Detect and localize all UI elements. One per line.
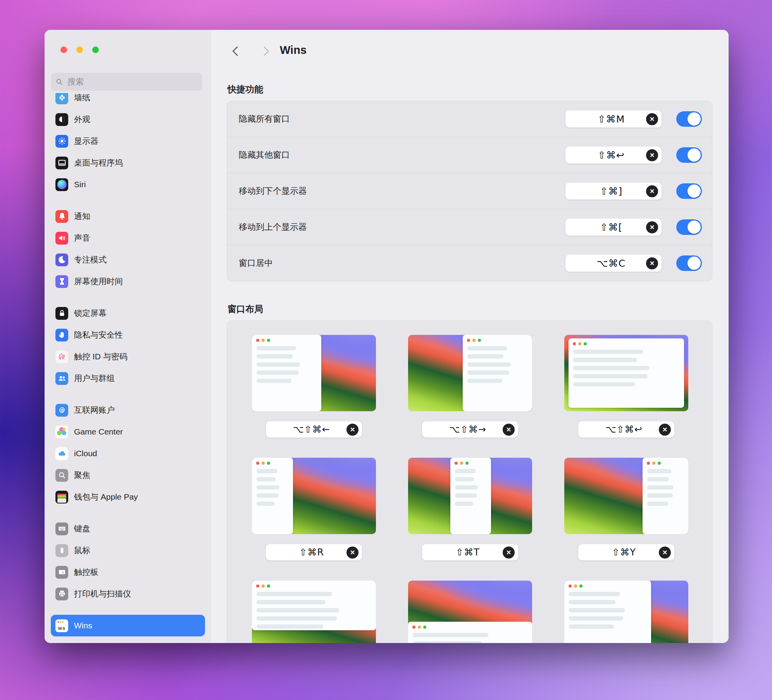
sidebar-item-notifications[interactable]: 通知 <box>51 205 205 227</box>
sidebar-item-printers[interactable]: 打印机与扫描仪 <box>51 583 205 605</box>
search-input[interactable] <box>67 77 198 87</box>
shortcut-toggle[interactable] <box>676 255 702 271</box>
sidebar-item-displays[interactable]: 显示器 <box>51 130 205 152</box>
shortcut-row: 移动到上个显示器⇧⌘[× <box>227 209 712 245</box>
layout-cell-center-third: ⇧⌘T× <box>408 458 532 560</box>
shortcut-field[interactable]: ⇧⌘[× <box>565 219 662 236</box>
sidebar-item-screen-time[interactable]: 屏幕使用时间 <box>51 271 205 292</box>
sidebar-group: 锁定屏幕隐私与安全性触控 ID 与密码用户与群组 <box>51 302 205 389</box>
notifications-icon <box>55 210 68 223</box>
clear-shortcut-button[interactable]: × <box>646 185 658 197</box>
mini-window <box>408 622 532 643</box>
shortcut-row-label: 移动到上个显示器 <box>239 221 565 233</box>
forward-button[interactable] <box>259 46 269 56</box>
mini-line <box>257 600 326 604</box>
clear-shortcut-button[interactable]: × <box>646 113 658 125</box>
mini-line <box>573 382 635 386</box>
sidebar-item-label: 声音 <box>74 233 90 243</box>
sidebar-item-wins[interactable]: wsWins <box>51 615 205 636</box>
close-button[interactable] <box>60 47 67 53</box>
shortcut-row-label: 窗口居中 <box>239 257 565 269</box>
clear-shortcut-button[interactable]: × <box>646 149 658 161</box>
shortcut-field[interactable]: ⌥⌘C× <box>565 255 662 272</box>
section-title-layouts: 窗口布局 <box>227 303 712 315</box>
mini-line <box>455 469 476 473</box>
clear-shortcut-button[interactable]: × <box>646 257 658 269</box>
svg-text:@: @ <box>59 407 65 414</box>
mini-line <box>257 592 332 596</box>
mini-traffic-dot <box>418 626 421 629</box>
mini-traffic-lights <box>256 584 376 588</box>
wallet-icon <box>55 491 68 503</box>
mini-line <box>257 502 275 506</box>
mini-traffic-dot <box>573 342 576 345</box>
clear-shortcut-button[interactable]: × <box>346 547 358 559</box>
shortcut-keys: ⌥⇧⌘← <box>266 424 346 435</box>
sidebar-item-label: 鼠标 <box>74 545 90 556</box>
mini-line <box>467 346 507 350</box>
screen-time-icon <box>55 275 68 288</box>
shortcut-field[interactable]: ⇧⌘M× <box>565 110 662 128</box>
sidebar-item-spotlight[interactable]: 聚焦 <box>51 464 205 486</box>
shortcut-toggle[interactable] <box>676 219 702 235</box>
minimize-button[interactable] <box>76 47 83 53</box>
focus-icon <box>55 253 68 266</box>
mini-line <box>569 616 623 621</box>
sidebar-item-touch-id[interactable]: 触控 ID 与密码 <box>51 346 205 367</box>
sidebar-item-internet-accounts[interactable]: @互联网账户 <box>51 399 205 421</box>
shortcut-toggle[interactable] <box>676 183 702 199</box>
search-box[interactable] <box>51 73 202 91</box>
sidebar-item-users-groups[interactable]: 用户与群组 <box>51 367 205 389</box>
layout-shortcut-field[interactable]: ⇧⌘T× <box>422 544 518 560</box>
sidebar-item-game-center[interactable]: Game Center <box>51 421 205 443</box>
touch-id-icon <box>55 350 68 363</box>
sidebar-item-focus[interactable]: 专注模式 <box>51 249 205 271</box>
layout-shortcut-field[interactable]: ⌥⇧⌘←× <box>266 421 362 438</box>
wins-icon: ws <box>55 619 68 632</box>
sidebar-item-sound[interactable]: 声音 <box>51 227 205 249</box>
clear-shortcut-button[interactable]: × <box>646 221 658 233</box>
back-button[interactable] <box>232 46 242 56</box>
layout-cell-left-third: ⇧⌘R× <box>252 458 376 560</box>
sidebar-item-desktop-dock[interactable]: 桌面与程序坞 <box>51 152 205 174</box>
sidebar-item-label: 键盘 <box>74 523 90 534</box>
sidebar-item-siri[interactable]: Siri <box>51 174 205 195</box>
clear-shortcut-button[interactable]: × <box>503 424 515 436</box>
sidebar-item-wallpaper[interactable]: 墙纸 <box>51 93 205 109</box>
mini-line <box>455 493 477 498</box>
shortcut-toggle[interactable] <box>676 111 702 127</box>
sidebar-item-wallet[interactable]: 钱包与 Apple Pay <box>51 486 205 508</box>
zoom-button[interactable] <box>92 47 99 53</box>
sidebar-item-keyboard[interactable]: 键盘 <box>51 518 205 540</box>
sidebar-group: @互联网账户Game CenteriCloud聚焦钱包与 Apple Pay <box>51 399 205 508</box>
layout-shortcut-field[interactable]: ⌥⇧⌘↩× <box>578 421 674 438</box>
clear-shortcut-button[interactable]: × <box>503 547 515 559</box>
sidebar-item-mouse[interactable]: 鼠标 <box>51 540 205 561</box>
clear-shortcut-button[interactable]: × <box>659 424 671 436</box>
mini-traffic-lights <box>573 342 684 345</box>
mini-line <box>455 477 474 481</box>
sidebar-item-lock-screen[interactable]: 锁定屏幕 <box>51 302 205 324</box>
displays-icon <box>55 135 68 148</box>
mini-line <box>647 502 669 506</box>
mini-line <box>413 641 482 643</box>
sidebar-item-appearance[interactable]: 外观 <box>51 109 205 130</box>
sidebar-item-privacy-security[interactable]: 隐私与安全性 <box>51 324 205 346</box>
page-title: Wins <box>280 44 307 57</box>
clear-shortcut-button[interactable]: × <box>659 547 671 559</box>
mini-line <box>257 485 279 490</box>
sidebar-item-trackpad[interactable]: 触控板 <box>51 561 205 583</box>
shortcut-keys: ⇧⌘[ <box>565 222 646 233</box>
keyboard-icon <box>55 522 68 535</box>
shortcut-field[interactable]: ⇧⌘]× <box>565 183 662 200</box>
shortcut-toggle[interactable] <box>676 147 702 163</box>
mini-line <box>467 354 503 359</box>
layout-shortcut-field[interactable]: ⇧⌘R× <box>266 544 362 560</box>
layout-preview-right-third <box>564 458 688 534</box>
sidebar-item-icloud[interactable]: iCloud <box>51 443 205 464</box>
layout-shortcut-field[interactable]: ⇧⌘Y× <box>578 544 674 560</box>
clear-shortcut-button[interactable]: × <box>346 424 358 436</box>
layout-shortcut-field[interactable]: ⌥⇧⌘→× <box>422 421 518 438</box>
mini-content-lines <box>257 346 317 383</box>
shortcut-field[interactable]: ⇧⌘↩× <box>565 147 662 164</box>
